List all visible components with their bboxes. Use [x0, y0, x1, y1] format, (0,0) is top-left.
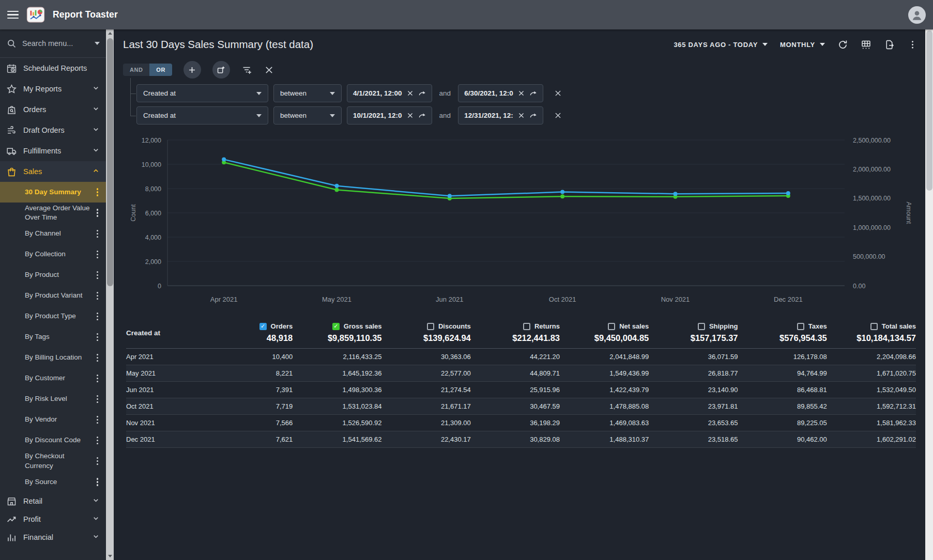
gross-sales-data-point[interactable] [335, 188, 339, 192]
total-sales-checkbox[interactable] [870, 323, 878, 330]
sidebar-subitem-by-discount-code[interactable]: By Discount Code [0, 430, 106, 450]
filter-from-input[interactable]: 10/1/2021, 12:0 [347, 106, 432, 125]
filter-row: Created atbetween4/1/2021, 12:00and6/30/… [136, 84, 917, 102]
clear-icon[interactable] [517, 112, 525, 119]
sidebar-item-scheduled-reports[interactable]: Scheduled Reports [0, 58, 106, 79]
item-menu-icon[interactable] [94, 187, 101, 197]
discounts-checkbox[interactable] [427, 323, 434, 330]
item-menu-icon[interactable] [94, 270, 101, 281]
scroll-down-icon[interactable] [108, 555, 112, 557]
sidebar-subitem-by-tags[interactable]: By Tags [0, 326, 106, 347]
sidebar-item-financial[interactable]: Financial [0, 528, 106, 547]
item-menu-icon[interactable] [94, 374, 101, 384]
item-menu-icon[interactable] [94, 291, 101, 301]
right-axis-tick: 500,000.00 [853, 253, 885, 260]
sidebar-subitem-average-order-value-over-time[interactable]: Average Order Value Over Time [0, 203, 106, 223]
sidebar-item-fulfillments[interactable]: Fulfillments [0, 141, 106, 161]
item-menu-icon[interactable] [94, 250, 101, 260]
sidebar-subitem-by-product-variant[interactable]: By Product Variant [0, 285, 106, 306]
export-button[interactable] [884, 39, 895, 50]
taxes-checkbox[interactable] [797, 323, 804, 330]
net-sales-checkbox[interactable] [608, 323, 615, 330]
main-scrollbar[interactable] [925, 29, 933, 560]
returns-checkbox[interactable] [523, 323, 530, 330]
add-filter-button[interactable] [183, 61, 201, 79]
item-menu-icon[interactable] [94, 312, 101, 322]
item-menu-icon[interactable] [94, 208, 101, 218]
orders-data-point[interactable] [335, 184, 339, 188]
add-condition-icon[interactable] [241, 65, 252, 75]
clear-icon[interactable] [406, 89, 414, 97]
granularity-dropdown[interactable]: MONTHLY [780, 41, 825, 49]
redo-icon[interactable] [529, 112, 537, 119]
filter-to-input[interactable]: 12/31/2021, 12: [458, 106, 543, 125]
gross-sales-checkbox[interactable]: ✓ [332, 323, 340, 330]
item-menu-icon[interactable] [94, 435, 101, 446]
orders-data-point[interactable] [674, 192, 678, 196]
filter-operator-select[interactable]: between [273, 84, 342, 102]
item-menu-icon[interactable] [94, 415, 101, 425]
or-toggle-button[interactable]: OR [149, 64, 172, 76]
orders-data-point[interactable] [448, 194, 452, 198]
redo-icon[interactable] [418, 112, 426, 119]
redo-icon[interactable] [529, 89, 537, 97]
truck-icon [6, 146, 17, 157]
refresh-button[interactable] [837, 39, 848, 50]
sidebar-subitem-by-billing-location[interactable]: By Billing Location [0, 347, 106, 368]
orders-data-point[interactable] [560, 190, 564, 194]
filter-field-select[interactable]: Created at [136, 84, 268, 102]
item-menu-icon[interactable] [94, 332, 101, 343]
item-menu-icon[interactable] [94, 353, 101, 363]
item-menu-icon[interactable] [94, 477, 101, 487]
account-avatar[interactable] [908, 6, 926, 24]
clear-icon[interactable] [517, 89, 525, 97]
sidebar-subitem-by-product-type[interactable]: By Product Type [0, 306, 106, 326]
sidebar-item-my-reports[interactable]: My Reports [0, 79, 106, 99]
gross-sales-data-point[interactable] [560, 194, 564, 198]
filter-operator-select[interactable]: between [273, 106, 342, 125]
sidebar-search[interactable]: Search menu... [0, 29, 106, 58]
filter-to-input[interactable]: 6/30/2021, 12:0 [458, 84, 543, 102]
filter-field-select[interactable]: Created at [136, 106, 268, 125]
item-menu-icon[interactable] [94, 456, 101, 466]
item-menu-icon[interactable] [94, 229, 101, 239]
add-filter-group-button[interactable] [212, 61, 230, 79]
main-scrollbar-thumb[interactable] [926, 30, 932, 191]
shipping-checkbox[interactable] [698, 323, 705, 330]
more-options-button[interactable] [907, 39, 918, 50]
chart-svg: 12,00010,0008,0006,0004,0002,00002,500,0… [118, 131, 918, 313]
remove-filter-icon[interactable] [554, 111, 562, 120]
sidebar-item-sales[interactable]: Sales [0, 161, 106, 182]
sidebar-subitem-by-product[interactable]: By Product [0, 265, 106, 285]
sidebar-subitem-by-checkout-currency[interactable]: By Checkout Currency [0, 450, 106, 471]
menu-icon[interactable] [7, 11, 19, 19]
orders-checkbox[interactable]: ✓ [259, 323, 267, 330]
redo-icon[interactable] [418, 89, 426, 97]
sidebar-item-retail[interactable]: Retail [0, 492, 106, 510]
remove-filter-icon[interactable] [554, 89, 562, 98]
sidebar-subitem-by-customer[interactable]: By Customer [0, 368, 106, 388]
item-menu-icon[interactable] [94, 394, 101, 405]
scroll-up-icon[interactable] [108, 32, 112, 35]
sidebar-subitem-by-source[interactable]: By Source [0, 472, 106, 492]
and-toggle-button[interactable]: AND [123, 64, 149, 76]
sidebar-item-orders[interactable]: Orders [0, 99, 106, 120]
sidebar-scrollbar[interactable] [106, 29, 114, 560]
sidebar-subitem-by-collection[interactable]: By Collection [0, 244, 106, 265]
date-range-dropdown[interactable]: 365 DAYS AGO - TODAY [674, 41, 768, 49]
chevron-down-icon [92, 533, 100, 542]
sidebar-item-draft-orders[interactable]: Draft Orders [0, 120, 106, 141]
sidebar-subitem-by-vendor[interactable]: By Vendor [0, 409, 106, 430]
orders-data-point[interactable] [222, 158, 226, 162]
clear-icon[interactable] [406, 112, 414, 119]
sidebar-scrollbar-thumb[interactable] [107, 38, 113, 286]
sidebar-subitem-by-risk-level[interactable]: By Risk Level [0, 388, 106, 409]
sidebar-item-profit[interactable]: Profit [0, 510, 106, 528]
clear-filters-icon[interactable] [264, 65, 274, 75]
orders-data-point[interactable] [786, 191, 790, 195]
sidebar-subitem-by-channel[interactable]: By Channel [0, 223, 106, 244]
table-view-button[interactable] [861, 39, 871, 50]
filter-from-input[interactable]: 4/1/2021, 12:00 [347, 84, 432, 102]
sidebar-subitem-30-day-summary[interactable]: 30 Day Summary [0, 182, 106, 203]
draft-wind-icon [6, 125, 17, 136]
